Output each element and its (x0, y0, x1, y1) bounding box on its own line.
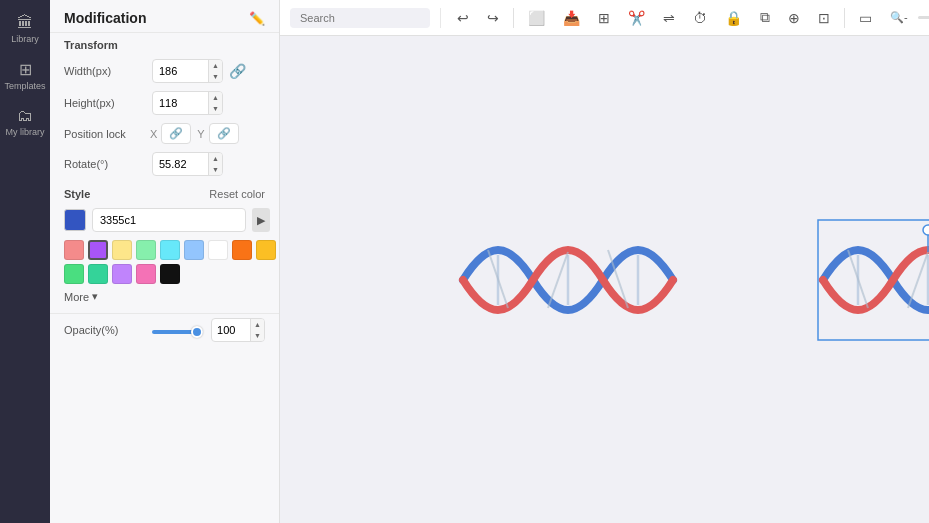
panel-title: Modification (64, 10, 146, 26)
lock-button[interactable]: 🔒 (719, 6, 748, 30)
height-row: Height(px) ▲ ▼ (50, 87, 279, 119)
color-swatch-8[interactable] (256, 240, 276, 260)
color-swatches-grid (50, 236, 279, 288)
transform-button[interactable]: ⊡ (812, 6, 836, 30)
sidebar-item-library[interactable]: 🏛 Library (0, 8, 50, 50)
toolbar-left (290, 8, 441, 28)
x-position-btn[interactable]: 🔗 (161, 123, 191, 144)
align-button[interactable]: ⊕ (782, 6, 806, 30)
color-swatch-1[interactable] (88, 240, 108, 260)
x-link-icon: 🔗 (169, 127, 183, 140)
svg-point-17 (923, 225, 929, 235)
flip-button[interactable]: ⇌ (657, 6, 681, 30)
color-swatch-12[interactable] (136, 264, 156, 284)
height-spin-up[interactable]: ▲ (209, 92, 222, 103)
rotate-spin-down[interactable]: ▼ (209, 164, 222, 175)
edit-icon[interactable]: ✏️ (249, 11, 265, 26)
color-swatch-5[interactable] (184, 240, 204, 260)
grid-button[interactable]: ⊞ (592, 6, 616, 30)
opacity-spin-up[interactable]: ▲ (251, 319, 264, 330)
more-button[interactable]: More ▾ (50, 288, 279, 309)
height-spin-down[interactable]: ▼ (209, 103, 222, 114)
zoom-slider[interactable] (918, 16, 929, 19)
separator-2 (844, 8, 845, 28)
opacity-slider[interactable] (152, 330, 203, 334)
timer-button[interactable]: ⏱ (687, 6, 713, 30)
rotate-spinners: ▲ ▼ (208, 153, 222, 175)
library-icon: 🏛 (17, 14, 33, 32)
search-input[interactable] (290, 8, 430, 28)
y-link-icon: 🔗 (217, 127, 231, 140)
opacity-input-group[interactable]: ▲ ▼ (211, 318, 265, 342)
opacity-spinners: ▲ ▼ (250, 319, 264, 341)
opacity-slider-wrap (152, 323, 203, 337)
rotate-input-group[interactable]: ▲ ▼ (152, 152, 223, 176)
opacity-row: Opacity(%) ▲ ▼ (50, 313, 279, 346)
top-toolbar: ↩ ↪ ⬜ 📥 ⊞ ✂️ ⇌ ⏱ 🔒 ⧉ ⊕ ⊡ ▭ 🔍- 🔍+ 100% ☽ … (280, 0, 929, 36)
nav-sidebar: 🏛 Library ⊞ Templates 🗂 My library (0, 0, 50, 523)
undo-button[interactable]: ↩ (451, 6, 475, 30)
panel-header: Modification ✏️ (50, 0, 279, 32)
reset-color-button[interactable]: Reset color (209, 188, 265, 200)
sidebar-item-label: My library (5, 127, 44, 137)
y-position-btn[interactable]: 🔗 (209, 123, 239, 144)
rotate-spin-up[interactable]: ▲ (209, 153, 222, 164)
main-area: ↩ ↪ ⬜ 📥 ⊞ ✂️ ⇌ ⏱ 🔒 ⧉ ⊕ ⊡ ▭ 🔍- 🔍+ 100% ☽ … (280, 0, 929, 523)
separator-1 (513, 8, 514, 28)
modification-panel: Modification ✏️ Transform Width(px) ▲ ▼ … (50, 0, 280, 523)
zoom-out-button[interactable]: 🔍- (884, 7, 914, 28)
rotate-row: Rotate(°) ▲ ▼ (50, 148, 279, 180)
my-library-icon: 🗂 (17, 107, 33, 125)
canvas-svg (433, 160, 929, 400)
chevron-down-icon: ▾ (92, 290, 98, 303)
color-input-row: ▶ (50, 204, 279, 236)
y-letter: Y (197, 128, 204, 140)
sidebar-item-my-library[interactable]: 🗂 My library (0, 101, 50, 143)
sidebar-item-templates[interactable]: ⊞ Templates (0, 54, 50, 97)
rotate-input[interactable] (153, 158, 208, 170)
width-input[interactable] (153, 65, 208, 77)
aspect-button[interactable]: ▭ (853, 6, 878, 30)
width-input-group[interactable]: ▲ ▼ (152, 59, 223, 83)
position-lock-label: Position lock (64, 128, 144, 140)
opacity-input[interactable] (212, 324, 250, 336)
redo-button[interactable]: ↪ (481, 6, 505, 30)
svg-rect-20 (818, 220, 929, 340)
canvas-area[interactable] (280, 36, 929, 523)
height-input[interactable] (153, 97, 208, 109)
position-lock-row: Position lock X 🔗 Y 🔗 (50, 119, 279, 148)
toolbar-right: 🔍- 🔍+ 100% ☽ Preview Save Export (884, 1, 929, 34)
color-swatch-7[interactable] (232, 240, 252, 260)
width-spin-up[interactable]: ▲ (209, 60, 222, 71)
import-button[interactable]: 📥 (557, 6, 586, 30)
color-expand-button[interactable]: ▶ (252, 208, 270, 232)
color-swatch-0[interactable] (64, 240, 84, 260)
width-spin-down[interactable]: ▼ (209, 71, 222, 82)
frame-button[interactable]: ⬜ (522, 6, 551, 30)
height-input-group[interactable]: ▲ ▼ (152, 91, 223, 115)
rotate-label: Rotate(°) (64, 158, 144, 170)
layers-button[interactable]: ⧉ (754, 5, 776, 30)
style-header: Style Reset color (50, 180, 279, 204)
color-swatch-3[interactable] (136, 240, 156, 260)
height-spinners: ▲ ▼ (208, 92, 222, 114)
color-swatch-9[interactable] (64, 264, 84, 284)
opacity-label: Opacity(%) (64, 324, 144, 336)
sidebar-item-label: Templates (4, 81, 45, 91)
transform-section-title: Transform (50, 32, 279, 55)
color-swatch-10[interactable] (88, 264, 108, 284)
opacity-spin-down[interactable]: ▼ (251, 330, 264, 341)
color-swatch-11[interactable] (112, 264, 132, 284)
main-color-swatch[interactable] (64, 209, 86, 231)
color-hex-input[interactable] (92, 208, 246, 232)
crop-button[interactable]: ✂️ (622, 6, 651, 30)
zoom-area: 🔍- 🔍+ 100% (884, 1, 929, 34)
lock-icon[interactable]: 🔗 (229, 63, 246, 79)
color-swatch-6[interactable] (208, 240, 228, 260)
color-swatch-4[interactable] (160, 240, 180, 260)
sidebar-item-label: Library (11, 34, 39, 44)
style-label: Style (64, 188, 90, 200)
x-coord: X 🔗 (150, 123, 191, 144)
color-swatch-13[interactable] (160, 264, 180, 284)
color-swatch-2[interactable] (112, 240, 132, 260)
